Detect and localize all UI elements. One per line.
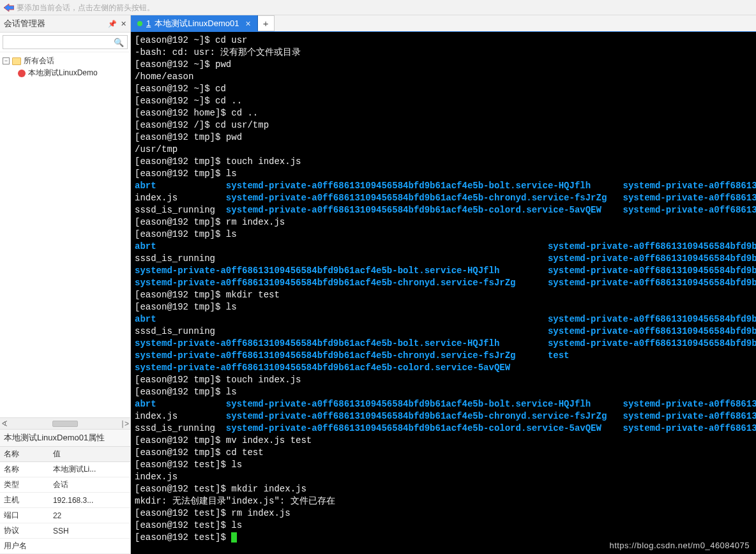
property-value: SSH xyxy=(49,523,130,539)
terminal-line: systemd-private-a0ff68613109456584bfd9b6… xyxy=(135,277,752,289)
session-tab[interactable]: 1 本地测试LinuxDemo01 × xyxy=(131,15,258,31)
property-row: 协议SSH xyxy=(0,523,130,539)
properties-header-name[interactable]: 名称 xyxy=(0,447,49,462)
terminal-line: mkdir: 无法创建目录"index.js": 文件已存在 xyxy=(135,495,752,507)
property-value: 会话 xyxy=(49,477,130,493)
terminal-line: [eason@192 ~]$ pwd xyxy=(135,59,752,71)
property-name: 用户名 xyxy=(0,539,49,554)
terminal-line: [eason@192 tmp]$ ls xyxy=(135,228,752,241)
session-tree[interactable]: − 所有会话 本地测试LinuxDemo xyxy=(0,52,130,417)
terminal-line: systemd-private-a0ff68613109456584bfd9b6… xyxy=(135,338,752,350)
terminal-line: [eason@192 test]$ ls xyxy=(135,520,752,532)
terminal-line: -bash: cd: usr: 没有那个文件或目录 xyxy=(135,47,752,59)
property-name: 端口 xyxy=(0,508,49,523)
tree-root[interactable]: − 所有会话 xyxy=(0,55,130,67)
property-row: 主机192.168.3... xyxy=(0,493,130,508)
folder-icon xyxy=(12,57,21,65)
terminal-line: abrt systemd-private-a0ff68613109456584b… xyxy=(135,180,752,192)
cursor-icon xyxy=(231,532,237,543)
terminal-line: [eason@192 ~]$ cd .. xyxy=(135,95,752,107)
arrow-icon xyxy=(4,3,14,12)
terminal-line: [eason@192 ~]$ cd xyxy=(135,83,752,95)
panel-title: 会话管理器 xyxy=(4,18,45,29)
tree-root-label: 所有会话 xyxy=(24,56,54,66)
terminal-line: [eason@192 ~]$ cd usr xyxy=(135,34,752,47)
scroll-thumb[interactable] xyxy=(52,421,78,427)
terminal-line: [eason@192 tmp]$ touch index.js xyxy=(135,374,752,386)
terminal-line: [eason@192 home]$ cd .. xyxy=(135,107,752,119)
terminal-line: index.js systemd-private-a0ff68613109456… xyxy=(135,192,752,204)
terminal-line: sssd_is_running systemd-private-a0ff6861… xyxy=(135,204,752,216)
tab-number: 1 xyxy=(146,19,151,28)
panel-header: 会话管理器 📌 ✕ xyxy=(0,15,130,33)
hint-bar: 要添加当前会话，点击左侧的箭头按钮。 xyxy=(0,0,756,15)
terminal-line: [eason@192 /]$ cd usr/tmp xyxy=(135,119,752,131)
terminal-line: systemd-private-a0ff68613109456584bfd9b6… xyxy=(135,362,752,374)
terminal-line: [eason@192 tmp]$ pwd xyxy=(135,131,752,144)
terminal-line: [eason@192 tmp]$ mkdir test xyxy=(135,289,752,301)
property-row: 类型会话 xyxy=(0,477,130,493)
status-dot-icon xyxy=(137,21,142,26)
property-row: 端口22 xyxy=(0,508,130,523)
property-value: 本地测试Li... xyxy=(49,462,130,477)
terminal-line: systemd-private-a0ff68613109456584bfd9b6… xyxy=(135,265,752,277)
terminal-line: sssd_is_running systemd-private-a0ff6861… xyxy=(135,253,752,265)
terminal-line: sssd_is_running systemd-private-a0ff6861… xyxy=(135,326,752,338)
terminal-line: systemd-private-a0ff68613109456584bfd9b6… xyxy=(135,350,752,362)
session-search-input[interactable] xyxy=(3,35,128,49)
terminal-line: index.js xyxy=(135,471,752,483)
terminal-line: [eason@192 tmp]$ mv index.js test xyxy=(135,435,752,447)
properties-table: 名称 值 名称本地测试Li...类型会话主机192.168.3...端口22协议… xyxy=(0,447,130,554)
terminal-line: sssd_is_running systemd-private-a0ff6861… xyxy=(135,423,752,435)
session-icon xyxy=(18,70,26,77)
scroll-left-icon[interactable]: ∢ xyxy=(1,419,8,428)
property-value: 22 xyxy=(49,508,130,523)
terminal-line: [eason@192 tmp]$ ls xyxy=(135,301,752,313)
terminal-line: [eason@192 test]$ ls xyxy=(135,459,752,471)
terminal-line: abrt systemd-private-a0ff68613109456584b… xyxy=(135,241,752,253)
properties-header-value[interactable]: 值 xyxy=(49,447,130,462)
right-pane: 1 本地测试LinuxDemo01 × + [eason@192 ~]$ cd … xyxy=(131,15,756,554)
property-name: 类型 xyxy=(0,477,49,493)
terminal-line: [eason@192 tmp]$ ls xyxy=(135,386,752,398)
terminal-line: [eason@192 tmp]$ rm index.js xyxy=(135,216,752,228)
terminal-line: /home/eason xyxy=(135,71,752,83)
property-value: 192.168.3... xyxy=(49,493,130,508)
property-row: 名称本地测试Li... xyxy=(0,462,130,477)
terminal-line: abrt systemd-private-a0ff68613109456584b… xyxy=(135,398,752,410)
terminal-line: /usr/tmp xyxy=(135,144,752,156)
close-icon[interactable]: ✕ xyxy=(121,20,126,28)
tree-session-item[interactable]: 本地测试LinuxDemo xyxy=(0,67,130,79)
property-row: 用户名 xyxy=(0,539,130,554)
terminal-line: [eason@192 tmp]$ ls xyxy=(135,168,752,180)
properties-title: 本地测试LinuxDemo01属性 xyxy=(0,429,130,447)
scroll-right-icon[interactable]: ∣> xyxy=(121,419,129,428)
terminal[interactable]: [eason@192 ~]$ cd usr-bash: cd: usr: 没有那… xyxy=(131,32,756,554)
hint-text: 要添加当前会话，点击左侧的箭头按钮。 xyxy=(17,0,155,15)
tab-bar: 1 本地测试LinuxDemo01 × + xyxy=(131,15,756,32)
watermark: https://blog.csdn.net/m0_46084075 xyxy=(609,541,750,550)
tab-label: 本地测试LinuxDemo01 xyxy=(155,18,239,29)
property-value xyxy=(49,539,130,554)
pin-icon[interactable]: 📌 xyxy=(108,20,117,28)
terminal-line: [eason@192 tmp]$ cd test xyxy=(135,447,752,459)
terminal-line: abrt systemd-private-a0ff68613109456584b… xyxy=(135,313,752,326)
session-manager-panel: 会话管理器 📌 ✕ 🔍 − 所有会话 本地测试LinuxDemo ∢ ∣ xyxy=(0,15,131,554)
expander-icon[interactable]: − xyxy=(3,57,10,64)
search-icon[interactable]: 🔍 xyxy=(114,38,124,47)
tree-session-label: 本地测试LinuxDemo xyxy=(28,68,98,79)
terminal-line: [eason@192 test]$ mkdir index.js xyxy=(135,483,752,495)
property-name: 名称 xyxy=(0,462,49,477)
add-tab-button[interactable]: + xyxy=(258,15,275,31)
tree-scrollbar[interactable]: ∢ ∣> xyxy=(0,417,130,429)
terminal-line: [eason@192 test]$ rm index.js xyxy=(135,507,752,520)
property-name: 主机 xyxy=(0,493,49,508)
property-name: 协议 xyxy=(0,523,49,539)
terminal-line: [eason@192 tmp]$ touch index.js xyxy=(135,156,752,168)
tab-close-icon[interactable]: × xyxy=(245,19,250,29)
terminal-line: index.js systemd-private-a0ff68613109456… xyxy=(135,410,752,423)
